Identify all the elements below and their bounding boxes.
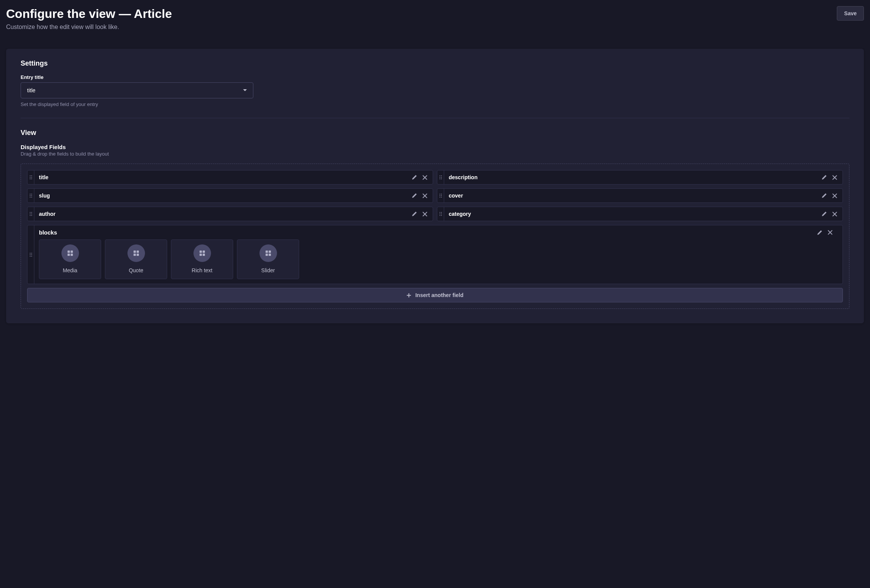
field-row-author[interactable]: author <box>27 207 433 221</box>
svg-point-43 <box>441 214 442 214</box>
remove-button[interactable] <box>828 230 833 235</box>
blocks-header: blocks <box>34 225 843 239</box>
svg-rect-58 <box>68 254 70 256</box>
component-card-rich-text[interactable]: Rich text <box>171 239 233 279</box>
component-label: Rich text <box>192 267 212 273</box>
drag-handle-icon[interactable] <box>437 207 444 221</box>
svg-point-45 <box>441 215 442 216</box>
view-section-title: View <box>21 129 849 137</box>
svg-point-36 <box>30 215 31 216</box>
svg-point-12 <box>440 178 440 179</box>
edit-button[interactable] <box>822 193 827 198</box>
entry-title-field-group: Entry title title Set the displayed fiel… <box>21 74 849 107</box>
svg-rect-64 <box>200 251 202 253</box>
field-row-blocks[interactable]: blocks Media <box>27 225 843 284</box>
edit-button[interactable] <box>412 193 417 198</box>
page-title: Configure the view — Article <box>6 6 172 21</box>
drag-handle-icon[interactable] <box>437 189 444 202</box>
field-row-title[interactable]: title <box>27 170 433 185</box>
svg-point-3 <box>31 177 32 178</box>
remove-button[interactable] <box>422 212 427 217</box>
entry-title-label: Entry title <box>21 74 849 80</box>
save-button[interactable]: Save <box>837 6 864 21</box>
blocks-content: blocks Media <box>34 225 843 284</box>
edit-button[interactable] <box>822 211 827 217</box>
remove-button[interactable] <box>422 175 427 180</box>
edit-button[interactable] <box>412 211 417 217</box>
svg-point-2 <box>30 177 31 178</box>
svg-point-34 <box>30 214 31 214</box>
svg-point-27 <box>441 195 442 196</box>
field-row-category[interactable]: category <box>437 207 843 221</box>
insert-field-label: Insert another field <box>415 292 463 298</box>
svg-rect-70 <box>266 254 268 256</box>
svg-rect-59 <box>71 254 73 256</box>
drag-handle-icon[interactable] <box>437 170 444 184</box>
svg-point-50 <box>30 254 31 255</box>
svg-point-13 <box>441 178 442 179</box>
component-card-media[interactable]: Media <box>39 239 101 279</box>
field-row-description[interactable]: description <box>437 170 843 185</box>
drag-handle-icon[interactable] <box>27 189 34 202</box>
component-grid-icon <box>127 244 145 262</box>
component-label: Slider <box>261 267 275 273</box>
svg-point-32 <box>30 212 31 213</box>
svg-rect-65 <box>203 251 205 253</box>
component-grid-icon <box>259 244 277 262</box>
remove-button[interactable] <box>832 212 837 217</box>
svg-point-33 <box>31 212 32 213</box>
blocks-title: blocks <box>39 229 817 236</box>
plus-icon <box>406 293 411 298</box>
insert-field-button[interactable]: Insert another field <box>27 288 843 302</box>
svg-point-41 <box>441 212 442 213</box>
field-actions <box>412 189 433 202</box>
entry-title-help: Set the displayed field of your entry <box>21 101 849 107</box>
fields-layout-area: title description <box>21 164 849 309</box>
svg-point-5 <box>31 178 32 179</box>
svg-rect-68 <box>266 251 268 253</box>
svg-point-25 <box>441 194 442 194</box>
displayed-fields-group: Displayed Fields Drag & drop the fields … <box>21 144 849 309</box>
svg-point-9 <box>441 175 442 176</box>
svg-point-24 <box>440 194 440 194</box>
edit-button[interactable] <box>822 175 827 180</box>
field-actions <box>817 230 838 235</box>
svg-point-48 <box>30 253 31 254</box>
component-card-quote[interactable]: Quote <box>105 239 167 279</box>
svg-point-21 <box>31 197 32 198</box>
component-card-slider[interactable]: Slider <box>237 239 299 279</box>
svg-point-49 <box>31 253 32 254</box>
svg-rect-60 <box>134 251 136 253</box>
svg-point-37 <box>31 215 32 216</box>
field-row-cover[interactable]: cover <box>437 188 843 203</box>
field-name-label: category <box>444 207 822 221</box>
edit-button[interactable] <box>412 175 417 180</box>
field-name-label: cover <box>444 189 822 202</box>
settings-section-title: Settings <box>21 59 849 67</box>
field-actions <box>412 170 433 184</box>
component-grid-icon <box>193 244 211 262</box>
entry-title-select-wrap: title <box>21 82 253 98</box>
edit-button[interactable] <box>817 230 822 235</box>
blocks-components: Media Quote <box>34 239 843 284</box>
field-row-slug[interactable]: slug <box>27 188 433 203</box>
remove-button[interactable] <box>422 193 427 198</box>
svg-point-18 <box>30 195 31 196</box>
svg-point-0 <box>30 175 31 176</box>
displayed-fields-help: Drag & drop the fields to build the layo… <box>21 151 849 157</box>
remove-button[interactable] <box>832 175 837 180</box>
svg-point-53 <box>31 256 32 257</box>
drag-handle-icon[interactable] <box>27 170 34 184</box>
svg-point-42 <box>440 214 440 214</box>
svg-point-11 <box>441 177 442 178</box>
drag-handle-icon[interactable] <box>27 225 34 284</box>
svg-point-51 <box>31 254 32 255</box>
field-actions <box>412 207 433 221</box>
drag-handle-icon[interactable] <box>27 207 34 221</box>
remove-button[interactable] <box>832 193 837 198</box>
svg-rect-67 <box>203 254 205 256</box>
svg-rect-69 <box>269 251 271 253</box>
entry-title-select[interactable]: title <box>21 82 253 98</box>
svg-point-28 <box>440 197 440 198</box>
svg-point-26 <box>440 195 440 196</box>
